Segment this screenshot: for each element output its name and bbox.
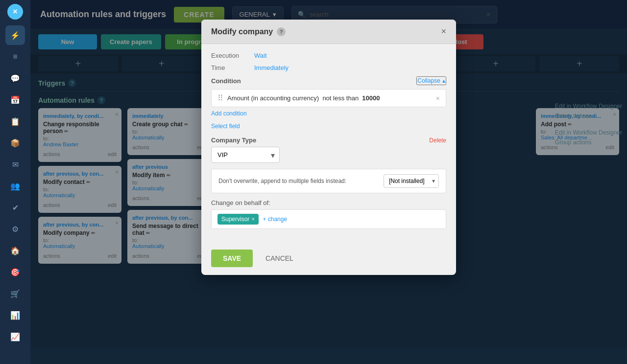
sidebar-item-goals[interactable]: 🎯: [5, 262, 25, 282]
sidebar-item-tasks[interactable]: ✔: [5, 198, 25, 217]
select-field-button[interactable]: Select field: [211, 123, 446, 130]
execution-value[interactable]: Wait: [254, 52, 267, 59]
modal-title: Modify company ?: [211, 27, 286, 36]
sidebar-item-chat[interactable]: 💬: [5, 68, 25, 88]
sidebar-item-reports[interactable]: 📊: [5, 305, 25, 325]
sidebar-item-feed[interactable]: 📈: [5, 327, 25, 346]
sidebar-item-shop[interactable]: 🛒: [5, 284, 25, 303]
sidebar-item-automation[interactable]: ⚡: [5, 25, 25, 45]
modal-overlay: Modify company ? × Execution Wait Time I…: [30, 0, 627, 364]
company-type-select[interactable]: VIP: [211, 147, 280, 163]
sidebar-item-docs[interactable]: 📋: [5, 112, 25, 131]
behalf-box: Supervisor × + change: [211, 209, 446, 229]
close-app-button[interactable]: ×: [7, 4, 23, 20]
condition-text: Amount (in accounting currency) not less…: [227, 94, 432, 102]
sidebar-item-home[interactable]: 🏠: [5, 241, 25, 260]
not-installed-wrapper: [Not installed]: [384, 174, 439, 188]
time-row: Time Immediately: [211, 64, 446, 71]
modal-close-button[interactable]: ×: [441, 26, 446, 37]
condition-section: Condition Collapse ▴ ⠿ Amount (in accoun…: [211, 76, 446, 117]
sidebar-item-dashboard[interactable]: ≡: [5, 47, 25, 67]
supervisor-tag: Supervisor ×: [217, 214, 259, 225]
change-behalf-button[interactable]: + change: [263, 216, 287, 223]
condition-row: ⠿ Amount (in accounting currency) not le…: [211, 89, 446, 107]
delete-company-type-button[interactable]: Delete: [429, 137, 446, 144]
sidebar-item-settings[interactable]: ⚙: [5, 219, 25, 239]
condition-remove-button[interactable]: ×: [436, 94, 440, 102]
company-type-header: Company Type Delete: [211, 136, 446, 144]
modal-help-icon[interactable]: ?: [277, 27, 286, 36]
overwrite-row: Don't overwrite, append to multiple fiel…: [211, 169, 446, 193]
not-installed-select[interactable]: [Not installed]: [384, 174, 439, 188]
supervisor-tag-remove[interactable]: ×: [251, 216, 255, 223]
collapse-button[interactable]: Collapse ▴: [416, 76, 446, 85]
execution-row: Execution Wait: [211, 52, 446, 59]
modal-footer: SAVE CANCEL: [201, 244, 456, 275]
modal-body: Execution Wait Time Immediately Conditio…: [201, 44, 456, 244]
vip-select-wrapper: VIP: [211, 147, 280, 163]
sidebar-item-mail[interactable]: ✉: [5, 155, 25, 174]
sidebar-item-deals[interactable]: 📦: [5, 133, 25, 153]
drag-handle-icon[interactable]: ⠿: [217, 93, 223, 103]
modify-company-modal: Modify company ? × Execution Wait Time I…: [201, 20, 456, 275]
modal-header: Modify company ? ×: [201, 20, 456, 44]
condition-header: Condition Collapse ▴: [211, 76, 446, 85]
sidebar-item-contacts[interactable]: 👥: [5, 176, 25, 196]
sidebar: × ⚡ ≡ 💬 📅 📋 📦 ✉ 👥 ✔ ⚙ 🏠 🎯 🛒 📊 📈: [0, 0, 30, 364]
company-type-section: Company Type Delete VIP: [211, 136, 446, 163]
save-button[interactable]: SAVE: [211, 250, 253, 267]
add-condition-button[interactable]: Add condition: [211, 110, 446, 117]
time-value[interactable]: Immediately: [254, 64, 289, 71]
sidebar-item-calendar[interactable]: 📅: [5, 90, 25, 110]
cancel-button[interactable]: CANCEL: [258, 250, 301, 267]
behalf-section: Change on behalf of: Supervisor × + chan…: [211, 199, 446, 229]
chevron-up-icon: ▴: [442, 77, 445, 84]
main-area: Automation rules and triggers CREATE GEN…: [30, 0, 627, 364]
